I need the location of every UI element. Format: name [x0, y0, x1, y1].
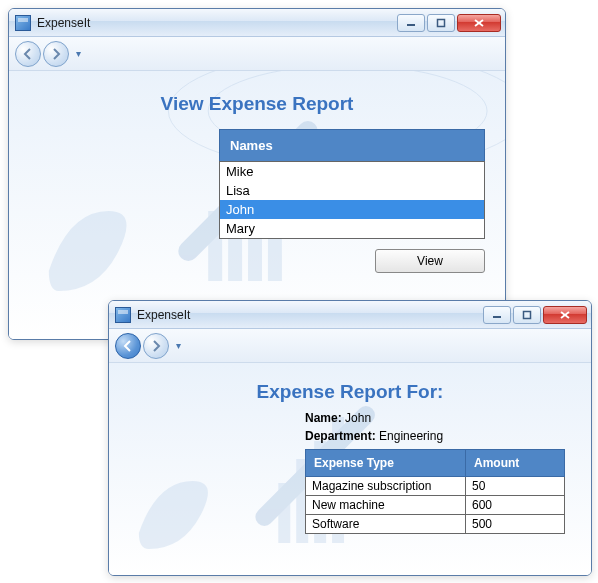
close-button[interactable] [543, 306, 587, 324]
forward-button[interactable] [43, 41, 69, 67]
app-icon [15, 15, 31, 31]
nav-toolbar: ▾ [9, 37, 505, 71]
names-header: Names [219, 129, 485, 161]
table-row: New machine600 [306, 496, 565, 515]
expenseit-list-window: ExpenseIt ▾ [8, 8, 506, 340]
cell-expense-type: Magazine subscription [306, 477, 466, 496]
app-icon [115, 307, 131, 323]
titlebar[interactable]: ExpenseIt [109, 301, 591, 329]
button-row: View [219, 249, 485, 273]
col-expense-type: Expense Type [306, 450, 466, 477]
back-button[interactable] [115, 333, 141, 359]
name-field: Name: John [305, 411, 571, 425]
view-button[interactable]: View [375, 249, 485, 273]
back-button[interactable] [15, 41, 41, 67]
list-item[interactable]: Mary [220, 219, 484, 238]
cell-expense-type: Software [306, 515, 466, 534]
maximize-button[interactable] [513, 306, 541, 324]
table-row: Magazine subscription50 [306, 477, 565, 496]
forward-button[interactable] [143, 333, 169, 359]
detail-panel: Name: John Department: Engineering Expen… [305, 411, 571, 534]
client-area: Expense Report For: Name: John Departmen… [109, 363, 591, 575]
department-label: Department: [305, 429, 376, 443]
svg-rect-1 [438, 19, 445, 26]
names-listbox[interactable]: MikeLisaJohnMary [219, 161, 485, 239]
list-item[interactable]: Lisa [220, 181, 484, 200]
close-button[interactable] [457, 14, 501, 32]
name-label: Name: [305, 411, 342, 425]
window-buttons [483, 306, 587, 324]
table-row: Software500 [306, 515, 565, 534]
window-title: ExpenseIt [37, 16, 397, 30]
content: Expense Report For: Name: John Departmen… [109, 363, 591, 558]
names-panel: Names MikeLisaJohnMary [219, 129, 485, 239]
list-item[interactable]: Mike [220, 162, 484, 181]
client-area: View Expense Report Names MikeLisaJohnMa… [9, 71, 505, 339]
cell-amount: 500 [466, 515, 565, 534]
list-item[interactable]: John [220, 200, 484, 219]
titlebar[interactable]: ExpenseIt [9, 9, 505, 37]
maximize-button[interactable] [427, 14, 455, 32]
col-amount: Amount [466, 450, 565, 477]
cell-amount: 600 [466, 496, 565, 515]
svg-rect-12 [524, 311, 531, 318]
cell-expense-type: New machine [306, 496, 466, 515]
nav-history-dropdown[interactable]: ▾ [71, 41, 85, 67]
name-value: John [345, 411, 371, 425]
minimize-button[interactable] [397, 14, 425, 32]
window-title: ExpenseIt [137, 308, 483, 322]
department-field: Department: Engineering [305, 429, 571, 443]
window-buttons [397, 14, 501, 32]
nav-history-dropdown[interactable]: ▾ [171, 333, 185, 359]
nav-toolbar: ▾ [109, 329, 591, 363]
cell-amount: 50 [466, 477, 565, 496]
minimize-button[interactable] [483, 306, 511, 324]
page-title: View Expense Report [29, 93, 485, 115]
content: View Expense Report Names MikeLisaJohnMa… [9, 71, 505, 297]
expenseit-detail-window: ExpenseIt ▾ [108, 300, 592, 576]
expenses-table: Expense Type Amount Magazine subscriptio… [305, 449, 565, 534]
department-value: Engineering [379, 429, 443, 443]
page-title: Expense Report For: [129, 381, 571, 403]
